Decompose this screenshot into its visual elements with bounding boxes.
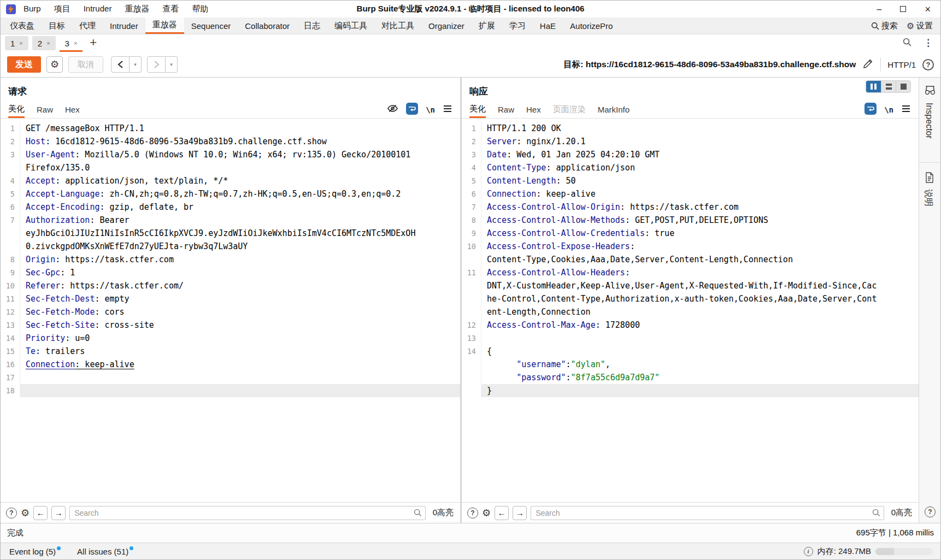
request-tab-2[interactable]: Hex	[65, 101, 80, 118]
editor-line[interactable]: 1HTTP/1.1 200 OK	[462, 122, 919, 135]
event-log-button[interactable]: Event log (5)	[9, 547, 61, 556]
editor-menu-icon[interactable]	[443, 104, 452, 115]
editor-line[interactable]: 2Server: nginx/1.20.1	[462, 135, 919, 148]
editor-line[interactable]: 3Date: Wed, 01 Jan 2025 04:20:10 GMT	[462, 148, 919, 161]
editor-line[interactable]: 5Accept-Language: zh-CN,zh;q=0.8,zh-TW;q…	[1, 187, 460, 201]
menu-0[interactable]: Burp	[23, 4, 41, 14]
editor-line[interactable]: 9Sec-Gpc: 1	[1, 266, 460, 279]
layout-rows-button[interactable]	[881, 81, 896, 92]
editor-line[interactable]: 10Referer: https://task.ctfer.com/	[1, 279, 460, 292]
next-match-button[interactable]: →	[51, 506, 66, 520]
menu-2[interactable]: Intruder	[84, 4, 112, 14]
layout-single-button[interactable]	[896, 81, 910, 92]
response-editor[interactable]: 1HTTP/1.1 200 OK2Server: nginx/1.20.13Da…	[462, 119, 919, 502]
close-button[interactable]: ×	[925, 4, 931, 14]
editor-line[interactable]: 7Authorization: Bearer	[1, 214, 460, 227]
main-tab-6[interactable]: Collaborator	[238, 17, 297, 34]
editor-line[interactable]: 16Connection: keep-alive	[1, 358, 460, 371]
repeater-tab-2[interactable]: 2×	[32, 36, 56, 50]
response-search-input[interactable]	[531, 506, 884, 520]
send-button[interactable]: 发送	[7, 56, 41, 73]
editor-line[interactable]: 14{	[462, 345, 919, 358]
editor-line[interactable]: 4Accept: application/json, text/plain, *…	[1, 174, 460, 187]
info-icon[interactable]: i	[804, 547, 813, 556]
editor-line[interactable]: 17	[1, 371, 460, 384]
response-tab-1[interactable]: Raw	[498, 101, 514, 118]
editor-line[interactable]: 6Connection: keep-alive	[462, 187, 919, 201]
editor-line[interactable]: 4Content-Type: application/json	[462, 161, 919, 174]
tab-search-icon[interactable]	[903, 38, 911, 49]
sidebar-help-icon[interactable]: ?	[925, 506, 936, 517]
inspector-tab[interactable]: Inspector	[924, 103, 934, 139]
editor-line[interactable]: 13Sec-Fetch-Site: cross-site	[1, 319, 460, 332]
search-settings-icon[interactable]: ⚙	[21, 507, 30, 519]
request-tab-0[interactable]: 美化	[8, 101, 25, 118]
response-tab-2[interactable]: Hex	[526, 101, 541, 118]
editor-line[interactable]: }	[462, 384, 919, 397]
editor-line[interactable]: 3User-Agent: Mozilla/5.0 (Windows NT 10.…	[1, 148, 460, 161]
editor-line[interactable]: eyJhbGciOiJIUzI1NiIsInR5cCI6IkpXVCJ9.eyJ…	[1, 227, 460, 240]
cancel-button[interactable]: 取消	[68, 56, 103, 73]
minimize-button[interactable]: –	[877, 5, 882, 14]
main-tab-14[interactable]: AutorizePro	[563, 17, 620, 34]
send-settings-button[interactable]: ⚙	[46, 56, 63, 73]
repeater-tab-3[interactable]: 3×	[60, 36, 83, 52]
help-icon[interactable]: ?	[922, 59, 934, 70]
layout-columns-button[interactable]	[866, 81, 881, 92]
main-tab-0[interactable]: 仪表盘	[3, 17, 42, 34]
notes-tab[interactable]: 说明	[922, 189, 934, 207]
editor-line[interactable]: 9Access-Control-Allow-Credentials: true	[462, 227, 919, 240]
editor-line[interactable]: Content-Type,Cookies,Aaa,Date,Server,Con…	[462, 253, 919, 266]
editor-line[interactable]: "username":"dylan",	[462, 358, 919, 371]
close-tab-icon[interactable]: ×	[19, 40, 22, 46]
editor-line[interactable]: ent-Length,Connection	[462, 305, 919, 319]
history-forward-button[interactable]	[147, 56, 166, 73]
search-help-icon[interactable]: ?	[6, 508, 17, 518]
global-search-button[interactable]: 搜索	[871, 21, 898, 31]
soft-wrap-toggle[interactable]	[406, 103, 418, 117]
editor-line[interactable]: 10Access-Control-Expose-Headers:	[462, 240, 919, 253]
history-back-dropdown[interactable]: ▾	[130, 56, 142, 73]
main-tab-5[interactable]: Sequencer	[184, 17, 238, 34]
editor-line[interactable]: 8Access-Control-Allow-Methods: GET,POST,…	[462, 214, 919, 227]
main-tab-2[interactable]: 代理	[72, 17, 103, 34]
main-tab-11[interactable]: 扩展	[472, 17, 502, 34]
editor-line[interactable]: 12Access-Control-Max-Age: 1728000	[462, 319, 919, 332]
inspector-icon[interactable]	[924, 84, 936, 98]
all-issues-button[interactable]: All issues (51)	[77, 547, 133, 556]
main-tab-8[interactable]: 编码工具	[327, 17, 374, 34]
menu-3[interactable]: 重放器	[125, 4, 149, 14]
main-tab-3[interactable]: Intruder	[103, 17, 145, 34]
request-tab-1[interactable]: Raw	[37, 101, 53, 118]
search-settings-icon[interactable]: ⚙	[482, 507, 491, 519]
repeater-tab-1[interactable]: 1×	[5, 36, 28, 50]
settings-button[interactable]: ⚙ 设置	[907, 21, 933, 31]
main-tab-1[interactable]: 目标	[42, 17, 72, 34]
add-tab-button[interactable]: +	[90, 36, 97, 50]
history-back-button[interactable]	[111, 56, 130, 73]
http-version-selector[interactable]: HTTP/1	[887, 60, 916, 69]
close-tab-icon[interactable]: ×	[74, 40, 77, 46]
show-nonprintable-toggle[interactable]	[387, 103, 398, 116]
editor-line[interactable]: "password":"8f7a55c6d9a7d9a7"	[462, 371, 919, 384]
newline-chars-toggle[interactable]: \n	[884, 105, 893, 114]
main-tab-10[interactable]: Organizer	[421, 17, 472, 34]
menu-1[interactable]: 项目	[54, 4, 70, 14]
response-tab-4[interactable]: MarkInfo	[598, 101, 630, 118]
main-tab-12[interactable]: 学习	[502, 17, 533, 34]
response-tab-0[interactable]: 美化	[469, 101, 486, 118]
editor-line[interactable]: Firefox/135.0	[1, 161, 460, 174]
soft-wrap-toggle[interactable]	[864, 103, 877, 117]
next-match-button[interactable]: →	[513, 506, 527, 520]
editor-line[interactable]: 11Sec-Fetch-Dest: empty	[1, 292, 460, 305]
editor-line[interactable]: 2Host: 16cd1812-9615-48d6-8096-53a49ba83…	[1, 135, 460, 148]
menu-4[interactable]: 查看	[162, 4, 179, 14]
editor-line[interactable]: 1GET /messageBox HTTP/1.1	[1, 122, 460, 135]
editor-line[interactable]: 5Content-Length: 50	[462, 174, 919, 187]
maximize-button[interactable]	[900, 6, 906, 12]
editor-line[interactable]: 14Priority: u=0	[1, 332, 460, 345]
editor-line[interactable]: DNT,X-CustomHeader,Keep-Alive,User-Agent…	[462, 279, 919, 292]
editor-line[interactable]: 7Access-Control-Allow-Origin: https://ta…	[462, 201, 919, 214]
kebab-menu-icon[interactable]: ⋮	[924, 37, 933, 49]
editor-line[interactable]: 12Sec-Fetch-Mode: cors	[1, 305, 460, 319]
